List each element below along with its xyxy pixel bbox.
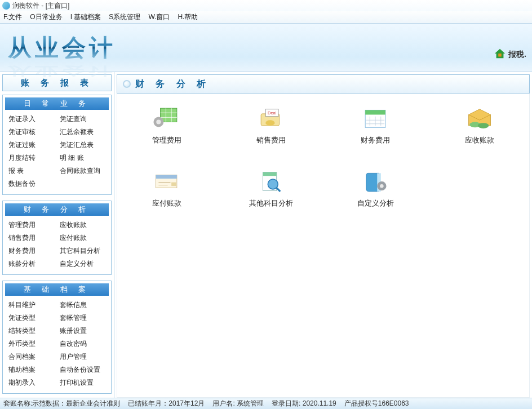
sidebar-item[interactable]: 财务费用 bbox=[8, 246, 54, 256]
app-label: 财务费用 bbox=[361, 135, 390, 145]
menu-daily[interactable]: O日常业务 bbox=[30, 12, 62, 22]
banner: 从业会计 从业会计 报税. bbox=[0, 24, 532, 72]
app-receivable[interactable]: 应收账款 bbox=[449, 105, 511, 145]
cheque-icon bbox=[151, 168, 183, 195]
sidebar-item[interactable]: 数据备份 bbox=[8, 179, 105, 189]
logo-text: 从业会计 bbox=[8, 32, 116, 64]
content: 财 务 分 析 管理费用 Deal 销售费用 bbox=[114, 72, 532, 398]
svg-rect-26 bbox=[171, 183, 176, 186]
status-license: 产品授权号166E0063 bbox=[344, 399, 409, 408]
content-header: 财 务 分 析 bbox=[117, 74, 530, 94]
deal-money-icon: Deal bbox=[255, 105, 287, 132]
main: 账 务 报 表 日 常 业 务 凭证录入 凭证查询 凭证审核 汇总余额表 凭证过… bbox=[0, 72, 532, 398]
app-grid: 管理费用 Deal 销售费用 财务费用 bbox=[123, 105, 524, 208]
sidebar-item[interactable]: 应付账款 bbox=[60, 233, 105, 243]
sidebar-item[interactable]: 辅助档案 bbox=[8, 365, 54, 375]
status-login-date: 登录日期: 2020.11.19 bbox=[272, 399, 336, 408]
window-title: 润衡软件 - [主窗口] bbox=[12, 1, 69, 11]
status-closed-period: 已结账年月：2017年12月 bbox=[128, 399, 205, 408]
app-icon bbox=[2, 2, 10, 10]
sidebar-item[interactable]: 凭证类型 bbox=[8, 313, 54, 323]
app-label: 应收账款 bbox=[465, 135, 494, 145]
sidebar-item[interactable]: 自定义分析 bbox=[60, 259, 105, 269]
app-label: 自定义分析 bbox=[357, 198, 394, 208]
svg-point-29 bbox=[268, 179, 278, 189]
sidebar-item[interactable]: 账龄分析 bbox=[8, 259, 54, 269]
sidebar-item[interactable]: 其它科目分析 bbox=[60, 246, 105, 256]
sidebar-group-header[interactable]: 基 础 档 案 bbox=[5, 283, 109, 296]
app-other-analysis[interactable]: 其他科目分析 bbox=[240, 168, 302, 208]
svg-point-12 bbox=[265, 120, 274, 126]
svg-rect-23 bbox=[156, 175, 176, 179]
svg-point-33 bbox=[380, 184, 384, 188]
sidebar-item[interactable]: 合同档案 bbox=[8, 352, 54, 362]
status-username: 用户名: 系统管理 bbox=[212, 399, 264, 408]
menu-archive[interactable]: I 基础档案 bbox=[70, 12, 101, 22]
sidebar-group-archive: 基 础 档 案 科目维护 套帐信息 凭证类型 套帐管理 结转类型 账册设置 外币… bbox=[2, 281, 112, 394]
sidebar-item[interactable]: 外币类型 bbox=[8, 339, 54, 349]
app-label: 销售费用 bbox=[256, 135, 286, 145]
menu-help[interactable]: H.帮助 bbox=[178, 12, 198, 22]
titlebar: 润衡软件 - [主窗口] bbox=[0, 0, 532, 11]
svg-point-8 bbox=[156, 119, 161, 124]
sidebar-item[interactable]: 应收账款 bbox=[60, 220, 105, 230]
sidebar-item[interactable]: 账册设置 bbox=[60, 326, 105, 336]
sidebar-item[interactable]: 汇总余额表 bbox=[60, 127, 105, 137]
logo-reflection: 从业会计 bbox=[8, 63, 116, 79]
content-title: 财 务 分 析 bbox=[135, 78, 210, 90]
svg-text:Deal: Deal bbox=[268, 110, 276, 115]
app-custom-analysis[interactable]: 自定义分析 bbox=[344, 168, 406, 208]
sidebar-item[interactable]: 合同账款查询 bbox=[60, 166, 105, 176]
statusbar: 套账名称:示范数据：最新企业会计准则 已结账年月：2017年12月 用户名: 系… bbox=[0, 398, 532, 409]
sidebar-item[interactable]: 管理费用 bbox=[8, 220, 54, 230]
svg-rect-1 bbox=[498, 54, 502, 57]
app-label: 应付账款 bbox=[152, 198, 181, 208]
sidebar-item[interactable]: 套帐管理 bbox=[60, 313, 105, 323]
tax-label: 报税. bbox=[508, 50, 526, 60]
header-dot-icon bbox=[123, 80, 131, 88]
app-sales-expense[interactable]: Deal 销售费用 bbox=[240, 105, 302, 145]
sidebar-item[interactable]: 结转类型 bbox=[8, 326, 54, 336]
status-account-name: 套账名称:示范数据：最新企业会计准则 bbox=[3, 399, 120, 408]
menubar: F.文件 O日常业务 I 基础档案 S系统管理 W.窗口 H.帮助 bbox=[0, 11, 532, 24]
content-body: 管理费用 Deal 销售费用 财务费用 bbox=[117, 94, 530, 398]
sidebar-item[interactable]: 凭证录入 bbox=[8, 114, 54, 124]
sidebar-item[interactable]: 凭证过账 bbox=[8, 140, 54, 150]
spreadsheet-gear-icon bbox=[151, 105, 183, 132]
sidebar-item[interactable]: 凭证查询 bbox=[60, 114, 105, 124]
menu-file[interactable]: F.文件 bbox=[3, 12, 22, 22]
menu-window[interactable]: W.窗口 bbox=[148, 12, 170, 22]
svg-rect-14 bbox=[365, 110, 385, 114]
sidebar-item[interactable]: 月度结转 bbox=[8, 153, 54, 163]
sidebar-item[interactable]: 报 表 bbox=[8, 166, 54, 176]
sidebar-group-header[interactable]: 财 务 分 析 bbox=[5, 203, 109, 216]
sidebar-item[interactable]: 自改密码 bbox=[60, 339, 105, 349]
coins-envelope-icon bbox=[464, 105, 495, 132]
svg-line-30 bbox=[277, 188, 281, 192]
tax-report-link[interactable]: 报税. bbox=[494, 47, 526, 61]
sidebar-item[interactable]: 科目维护 bbox=[8, 300, 54, 310]
sidebar-group-daily: 日 常 业 务 凭证录入 凭证查询 凭证审核 汇总余额表 凭证过账 凭证汇总表 … bbox=[2, 95, 112, 195]
app-finance-expense[interactable]: 财务费用 bbox=[344, 105, 406, 145]
house-icon bbox=[494, 47, 506, 61]
book-gear-icon bbox=[360, 168, 391, 195]
app-label: 其他科目分析 bbox=[249, 198, 293, 208]
sidebar-item[interactable]: 期初录入 bbox=[8, 378, 54, 388]
sidebar-group-analysis: 财 务 分 析 管理费用 应收账款 销售费用 应付账款 财务费用 其它科目分析 … bbox=[2, 201, 112, 275]
sidebar-item[interactable]: 套帐信息 bbox=[60, 300, 105, 310]
sidebar-item[interactable]: 打印机设置 bbox=[60, 378, 105, 388]
app-payable[interactable]: 应付账款 bbox=[136, 168, 198, 208]
sidebar-group-header[interactable]: 日 常 业 务 bbox=[5, 97, 109, 110]
menu-system[interactable]: S系统管理 bbox=[109, 12, 140, 22]
svg-point-21 bbox=[478, 123, 489, 128]
sidebar-item[interactable]: 用户管理 bbox=[60, 352, 105, 362]
svg-rect-28 bbox=[263, 172, 276, 176]
app-mgmt-expense[interactable]: 管理费用 bbox=[136, 105, 198, 145]
file-search-icon bbox=[255, 168, 287, 195]
sidebar-item[interactable]: 明 细 账 bbox=[60, 153, 105, 163]
sidebar-item[interactable]: 凭证汇总表 bbox=[60, 140, 105, 150]
sidebar-item[interactable]: 销售费用 bbox=[8, 233, 54, 243]
sidebar-item[interactable]: 自动备份设置 bbox=[60, 365, 105, 375]
sidebar: 账 务 报 表 日 常 业 务 凭证录入 凭证查询 凭证审核 汇总余额表 凭证过… bbox=[0, 72, 114, 398]
sidebar-item[interactable]: 凭证审核 bbox=[8, 127, 54, 137]
